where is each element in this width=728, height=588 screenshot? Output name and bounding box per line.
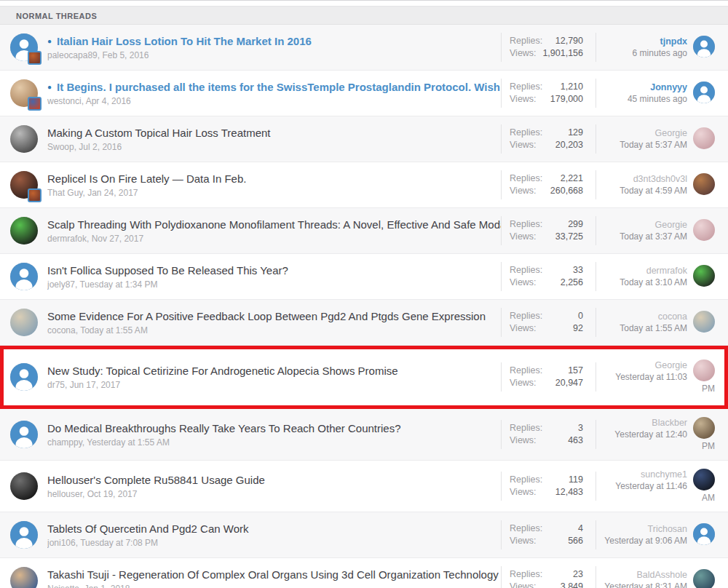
thread-starter-avatar[interactable]: [10, 421, 38, 448]
replies-label: Replies:: [510, 218, 542, 231]
thread-title-link[interactable]: Isn't Follica Supposed To Be Released Th…: [47, 264, 288, 277]
replies-count: 3: [578, 422, 583, 434]
thread-row: Do Medical Breakthroughs Really Take Yea…: [0, 409, 728, 461]
avatar[interactable]: [10, 125, 38, 153]
thread-author-date[interactable]: westonci, Apr 4, 2016: [47, 96, 501, 106]
views-label: Views:: [510, 535, 537, 547]
views-count: 3,849: [561, 581, 583, 588]
last-poster-avatar[interactable]: [693, 36, 715, 57]
unread-dot-icon[interactable]: [47, 37, 52, 45]
thread-title-link[interactable]: Making A Custom Topical Hair Loss Treatm…: [47, 127, 271, 139]
thread-starter-avatar[interactable]: [10, 33, 38, 61]
views-count: 566: [568, 535, 583, 547]
thread-author-date[interactable]: hellouser, Oct 19, 2017: [47, 489, 501, 499]
views-label: Views:: [510, 322, 537, 335]
thread-starter-avatar[interactable]: [10, 472, 38, 500]
views-label: Views:: [510, 277, 537, 289]
thread-author-date[interactable]: That Guy, Jan 24, 2017: [47, 188, 501, 198]
thread-author-date[interactable]: dermrafok, Nov 27, 2017: [47, 234, 501, 244]
last-poster-avatar[interactable]: [693, 359, 715, 381]
last-post-info: Georgie Yesterday at 11:03 PM: [604, 359, 715, 394]
last-poster-avatar[interactable]: [693, 219, 715, 241]
person-icon: [693, 523, 715, 545]
thread-author-date[interactable]: paleocapa89, Feb 5, 2016: [47, 50, 501, 60]
thread-starter-avatar[interactable]: [10, 217, 38, 245]
last-poster-avatar[interactable]: [693, 311, 715, 333]
thread-author-date[interactable]: joely87, Tuesday at 1:34 PM: [47, 279, 501, 290]
person-icon: [10, 263, 38, 290]
thread-title-link[interactable]: Takashi Tsuji - Regeneration Of Complex …: [47, 568, 499, 581]
thread-title-link[interactable]: New Study: Topical Cetirizine For Androg…: [47, 365, 398, 377]
unread-dot-icon[interactable]: [47, 83, 52, 91]
thread-title-link[interactable]: It Begins. I purchased all the items for…: [57, 81, 500, 93]
thread-author-date[interactable]: Swoop, Jul 2, 2016: [47, 142, 501, 152]
last-poster-avatar[interactable]: [693, 417, 715, 439]
thread-starter-avatar[interactable]: [10, 567, 38, 588]
mini-avatar-overlay[interactable]: [28, 97, 41, 111]
person-icon: [10, 421, 38, 448]
mini-avatar-overlay[interactable]: [28, 51, 41, 65]
last-poster-avatar[interactable]: [693, 523, 715, 545]
avatar[interactable]: [10, 363, 38, 391]
thread-starter-avatar[interactable]: [10, 263, 38, 290]
thread-title-link[interactable]: Scalp Threading With Polydioxanone Monof…: [47, 218, 501, 231]
last-poster-avatar[interactable]: [693, 569, 715, 588]
last-poster-avatar[interactable]: [693, 127, 715, 149]
thread-main: Replicel Is On Fire Lately — Data In Feb…: [47, 172, 501, 198]
thread-starter-avatar[interactable]: [10, 309, 38, 336]
views-label: Views:: [510, 231, 537, 243]
views-count: 92: [573, 322, 583, 335]
views-label: Views:: [510, 139, 537, 151]
replies-label: Replies:: [510, 172, 542, 185]
thread-row: Takashi Tsuji - Regeneration Of Complex …: [0, 558, 728, 588]
last-post-info: d3nt3dsh0v3l Today at 4:59 AM: [604, 173, 715, 196]
avatar[interactable]: [10, 472, 38, 500]
views-count: 33,725: [555, 231, 583, 243]
thread-starter-avatar[interactable]: [10, 79, 38, 107]
last-poster-avatar[interactable]: [693, 173, 715, 195]
thread-title-link[interactable]: Some Evidence For A Positive Feedback Lo…: [47, 310, 486, 322]
views-count: 1,901,156: [542, 47, 583, 60]
avatar[interactable]: [10, 421, 38, 448]
views-label: Views:: [510, 185, 537, 197]
thread-row: Isn't Follica Supposed To Be Released Th…: [0, 254, 728, 300]
last-post-info: cocona Today at 1:55 AM: [604, 311, 715, 334]
thread-author-date[interactable]: champpy, Yesterday at 1:55 AM: [47, 437, 501, 448]
thread-starter-avatar[interactable]: [10, 171, 38, 199]
avatar[interactable]: [10, 263, 38, 290]
avatar[interactable]: [10, 567, 38, 588]
thread-title-link[interactable]: Replicel Is On Fire Lately — Data In Feb…: [47, 172, 246, 185]
last-post-info: Trichosan Yesterday at 9:06 AM: [604, 523, 715, 547]
views-count: 12,483: [555, 486, 583, 498]
thread-title-link[interactable]: Italian Hair Loss Lotion To Hit The Mark…: [57, 35, 312, 47]
last-post-info: tjnpdx 6 minutes ago: [604, 36, 715, 59]
last-poster-avatar[interactable]: [693, 265, 715, 287]
avatar[interactable]: [10, 309, 38, 336]
thread-author-date[interactable]: joni106, Tuesday at 7:08 PM: [47, 538, 501, 548]
thread-author-date[interactable]: dr75, Jun 17, 2017: [47, 380, 501, 390]
thread-title-link[interactable]: Hellouser's Complete Ru58841 Usage Guide: [47, 474, 265, 486]
last-poster-avatar[interactable]: [693, 469, 715, 490]
person-icon: [693, 82, 715, 103]
last-post-info: Georgie Today at 3:37 AM: [604, 219, 715, 242]
last-post-info: sunchyme1 Yesterday at 11:46 AM: [604, 469, 715, 504]
thread-title-link[interactable]: Do Medical Breakthroughs Really Take Yea…: [47, 422, 401, 434]
thread-row: Hellouser's Complete Ru58841 Usage Guide…: [0, 461, 728, 512]
avatar[interactable]: [10, 217, 38, 245]
thread-author-date[interactable]: Noisette, Jan 1, 2018: [47, 584, 501, 588]
replies-count: 1,210: [561, 81, 583, 93]
thread-main: Tablets Of Quercetin And Pgd2 Can Work j…: [47, 522, 501, 548]
thread-row: New Study: Topical Cetirizine For Androg…: [0, 346, 728, 409]
thread-starter-avatar[interactable]: [10, 363, 38, 391]
replies-count: 33: [573, 264, 583, 277]
thread-starter-avatar[interactable]: [10, 521, 38, 549]
avatar[interactable]: [10, 521, 38, 549]
thread-starter-avatar[interactable]: [10, 125, 38, 153]
forum-thread-list-page: NORMAL THREADS Italian Hair Loss Lotion …: [0, 0, 728, 588]
last-poster-avatar[interactable]: [693, 82, 715, 103]
thread-stats: Replies: 0 Views: 92: [501, 308, 596, 337]
thread-author-date[interactable]: cocona, Today at 1:55 AM: [47, 325, 501, 335]
thread-title-link[interactable]: Tablets Of Quercetin And Pgd2 Can Work: [47, 523, 249, 535]
person-icon: [693, 36, 715, 57]
mini-avatar-overlay[interactable]: [28, 188, 41, 202]
